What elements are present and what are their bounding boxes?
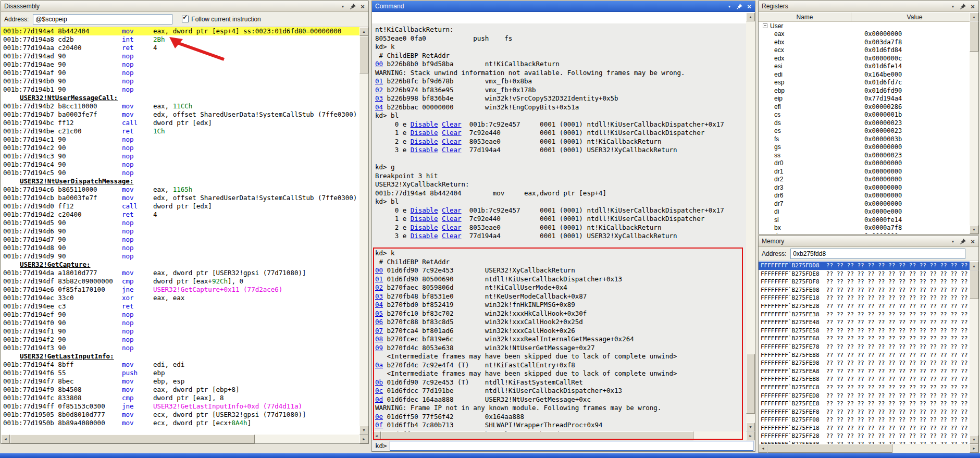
command-link[interactable]: 06: [375, 318, 383, 326]
disasm-instruction-row[interactable]: 001b:77d194b0 90nop: [1, 77, 359, 85]
command-link[interactable]: 0d: [375, 395, 383, 403]
register-row[interactable]: fs0x0000003b: [759, 135, 970, 143]
disasm-instruction-row[interactable]: 001b:77d194f7 8becmovebp, esp: [1, 377, 359, 386]
memory-row[interactable]: FFFFFFFF`B275FEE8 ?? ?? ?? ?? ?? ?? ?? ?…: [759, 400, 970, 408]
scroll-left-icon[interactable]: ◄: [372, 431, 381, 440]
command-link[interactable]: Clear: [442, 215, 462, 222]
command-link[interactable]: Disable: [411, 224, 438, 231]
command-link[interactable]: Clear: [442, 138, 462, 145]
disasm-instruction-row[interactable]: 001b:77d194ee c3ret: [1, 302, 359, 311]
scrollbar-thumb[interactable]: [767, 444, 892, 453]
memory-row[interactable]: FFFFFFFF`B275FF18 ?? ?? ?? ?? ?? ?? ?? ?…: [759, 424, 970, 432]
disasm-instruction-row[interactable]: 001b:77d194c4 90nop: [1, 160, 359, 169]
disasm-instruction-row[interactable]: 001b:77d194af 90nop: [1, 69, 359, 77]
register-row[interactable]: dx0x0000000c: [759, 232, 970, 234]
disasm-instruction-row[interactable]: 001b:77d194df 83b82c09000000cmpdword ptr…: [1, 277, 359, 286]
scroll-down-icon[interactable]: ▼: [970, 435, 978, 444]
memory-row[interactable]: FFFFFFFF`B275FDD8 ?? ?? ?? ?? ?? ?? ?? ?…: [759, 262, 970, 270]
close-icon[interactable]: ×: [745, 3, 753, 10]
disasm-instruction-row[interactable]: 001b:77d194bc ff12calldword ptr [edx]: [1, 119, 359, 127]
disasm-instruction-row[interactable]: 001b:77d194d0 ff12calldword ptr [edx]: [1, 202, 359, 211]
command-link[interactable]: Disable: [411, 120, 438, 128]
command-link[interactable]: Clear: [442, 146, 462, 154]
command-link[interactable]: 07: [375, 327, 383, 335]
register-row[interactable]: ds0x00000023: [759, 119, 970, 127]
disassembly-vertical-scrollbar[interactable]: ▲ ▼: [359, 27, 368, 435]
disasm-instruction-row[interactable]: 001b:77d194d9 90nop: [1, 252, 359, 261]
scrollbar-thumb[interactable]: [746, 354, 755, 414]
command-link[interactable]: 03: [375, 292, 383, 300]
register-row[interactable]: dr20x00000000: [759, 176, 970, 184]
register-row[interactable]: gs0x00000000: [759, 143, 970, 152]
memory-row[interactable]: FFFFFFFF`B275FE68 ?? ?? ?? ?? ?? ?? ?? ?…: [759, 335, 970, 343]
close-icon[interactable]: ×: [969, 3, 977, 10]
register-row[interactable]: esi0x01d6fe14: [759, 63, 970, 71]
memory-titlebar[interactable]: Memory ▼ ×: [759, 236, 978, 247]
command-link[interactable]: 00: [375, 266, 383, 274]
command-link[interactable]: Disable: [411, 146, 438, 154]
scroll-up-icon[interactable]: ▲: [970, 262, 978, 270]
command-link[interactable]: Clear: [442, 232, 462, 240]
disasm-instruction-row[interactable]: 001b:77d194a8 cd2bint2Bh: [1, 35, 359, 44]
command-link[interactable]: Clear: [442, 129, 462, 137]
command-link[interactable]: Disable: [411, 129, 438, 137]
register-row[interactable]: dr70x00000000: [759, 200, 970, 208]
disassembly-horizontal-scrollbar[interactable]: ◄ ►: [1, 435, 368, 443]
command-vertical-scrollbar[interactable]: ▲ ▼: [746, 13, 755, 431]
command-link[interactable]: Disable: [411, 206, 438, 214]
scrollbar-thumb[interactable]: [970, 21, 978, 52]
pin-icon[interactable]: [959, 238, 967, 245]
disasm-instruction-row[interactable]: 001b:77d194e6 0f85fa170100jneUSER32!GetC…: [1, 286, 359, 294]
disasm-instruction-row[interactable]: 001b:77d194f4 8bffmovedi, edi: [1, 361, 359, 369]
command-link[interactable]: 04: [375, 103, 383, 111]
value-column-header[interactable]: Value: [851, 13, 978, 21]
scroll-left-icon[interactable]: ◄: [759, 444, 767, 453]
memory-row[interactable]: FFFFFFFF`B275FEF8 ?? ?? ?? ?? ?? ?? ?? ?…: [759, 408, 970, 416]
close-icon[interactable]: ×: [358, 3, 367, 10]
memory-row[interactable]: FFFFFFFF`B275FEA8 ?? ?? ?? ?? ?? ?? ?? ?…: [759, 367, 970, 376]
scrollbar-thumb[interactable]: [970, 270, 978, 299]
register-row[interactable]: edx0x0000000c: [759, 54, 970, 63]
memory-row[interactable]: FFFFFFFF`B275FE08 ?? ?? ?? ?? ?? ?? ?? ?…: [759, 286, 970, 294]
disasm-instruction-row[interactable]: 001b:77d194fc 833808cmpdword ptr [eax], …: [1, 394, 359, 402]
disasm-symbol-row[interactable]: USER32!NtUserDispatchMessage:: [1, 177, 359, 185]
memory-row[interactable]: FFFFFFFF`B275FF28 ?? ?? ?? ?? ?? ?? ?? ?…: [759, 432, 970, 440]
disasm-symbol-row[interactable]: USER32!NtUserMessageCall:: [1, 94, 359, 102]
disasm-instruction-row[interactable]: 001b:77d194ff 0f85153c0300jneUSER32!GetL…: [1, 402, 359, 411]
registers-vertical-scrollbar[interactable]: ▲ ▼: [970, 13, 978, 234]
command-link[interactable]: 00: [375, 60, 383, 68]
disasm-instruction-row[interactable]: 001b:77d194d5 90nop: [1, 219, 359, 227]
memory-row[interactable]: FFFFFFFF`B275FE58 ?? ?? ?? ?? ?? ?? ?? ?…: [759, 327, 970, 335]
scrollbar-thumb[interactable]: [359, 36, 368, 73]
memory-row[interactable]: FFFFFFFF`B275FDE8 ?? ?? ?? ?? ?? ?? ?? ?…: [759, 270, 970, 278]
scroll-right-icon[interactable]: ►: [970, 444, 978, 453]
register-row[interactable]: dr30x00000000: [759, 183, 970, 192]
register-row[interactable]: eax0x00000000: [759, 30, 970, 39]
register-row[interactable]: ecx0x01d6fd84: [759, 46, 970, 55]
register-row[interactable]: cs0x0000001b: [759, 111, 970, 119]
disasm-instruction-row[interactable]: 001b:77d194da a18010d777moveax, dword pt…: [1, 269, 359, 277]
scroll-left-icon[interactable]: ◄: [1, 435, 10, 443]
command-link[interactable]: 09: [375, 344, 383, 352]
disasm-instruction-row[interactable]: 001b:77d194f6 55pushebp: [1, 369, 359, 377]
memory-row[interactable]: FFFFFFFF`B275FE38 ?? ?? ?? ?? ?? ?? ?? ?…: [759, 311, 970, 319]
command-link[interactable]: 03: [375, 94, 383, 102]
disasm-instruction-row[interactable]: 001b:77d194c2 90nop: [1, 144, 359, 152]
scroll-down-icon[interactable]: ▼: [746, 423, 755, 431]
address-input[interactable]: [33, 14, 172, 24]
pin-icon[interactable]: [349, 3, 357, 10]
memory-row[interactable]: FFFFFFFF`B275FF38 ?? ?? ?? ?? ?? ?? ?? ?…: [759, 440, 970, 444]
scroll-up-icon[interactable]: ▲: [970, 13, 978, 21]
command-link[interactable]: 01: [375, 275, 383, 283]
scrollbar-thumb[interactable]: [10, 435, 255, 443]
memory-address-input[interactable]: [790, 249, 965, 259]
command-link[interactable]: 02: [375, 86, 383, 94]
command-link[interactable]: Disable: [411, 138, 438, 145]
register-row[interactable]: eip0x77d194a4: [759, 95, 970, 103]
command-link[interactable]: 08: [375, 335, 383, 343]
disasm-instruction-row[interactable]: 001b:77d194f1 90nop: [1, 327, 359, 336]
memory-row[interactable]: FFFFFFFF`B275FDF8 ?? ?? ?? ?? ?? ?? ?? ?…: [759, 278, 970, 286]
disasm-instruction-row[interactable]: 001b:77d194ef 90nop: [1, 311, 359, 319]
scroll-right-icon[interactable]: ►: [359, 435, 368, 443]
registers-titlebar[interactable]: Registers ▼ ×: [759, 1, 978, 12]
